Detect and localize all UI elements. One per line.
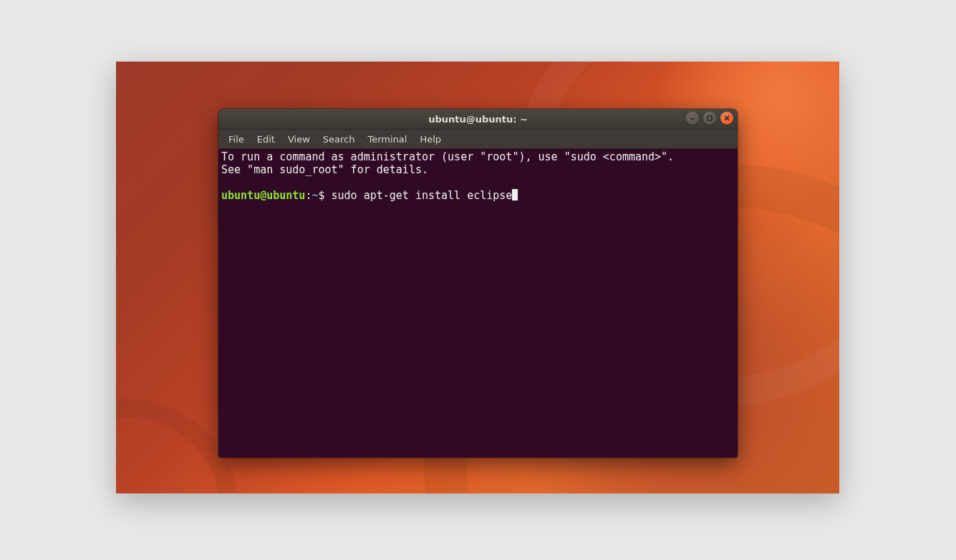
close-button[interactable] <box>720 112 733 125</box>
menu-search[interactable]: Search <box>317 132 361 146</box>
minimize-icon <box>689 115 696 122</box>
window-title: ubuntu@ubuntu: ~ <box>428 114 528 125</box>
minimize-button[interactable] <box>686 112 699 125</box>
prompt-symbol: $ <box>318 189 324 202</box>
menu-view[interactable]: View <box>282 132 316 146</box>
terminal-cursor <box>512 189 518 201</box>
terminal-output-line: See "man sudo_root" for details. <box>221 163 428 176</box>
maximize-icon <box>706 115 713 122</box>
prompt-user-host: ubuntu@ubuntu <box>221 189 305 202</box>
terminal-window: ubuntu@ubuntu: ~ File Edit View Search T… <box>218 109 738 458</box>
menu-edit[interactable]: Edit <box>251 132 281 146</box>
svg-rect-1 <box>708 116 712 120</box>
menu-terminal[interactable]: Terminal <box>362 132 412 146</box>
ubuntu-desktop: ubuntu@ubuntu: ~ File Edit View Search T… <box>116 62 839 493</box>
window-titlebar[interactable]: ubuntu@ubuntu: ~ <box>218 109 738 130</box>
terminal-body[interactable]: To run a command as administrator (user … <box>218 149 738 458</box>
terminal-output-line: To run a command as administrator (user … <box>221 150 674 163</box>
menubar: File Edit View Search Terminal Help <box>218 130 738 149</box>
menu-help[interactable]: Help <box>414 132 447 146</box>
menu-file[interactable]: File <box>223 132 250 146</box>
close-icon <box>723 115 730 122</box>
command-input: sudo apt-get install eclipse <box>332 189 513 202</box>
window-controls <box>686 112 733 125</box>
maximize-button[interactable] <box>703 112 716 125</box>
